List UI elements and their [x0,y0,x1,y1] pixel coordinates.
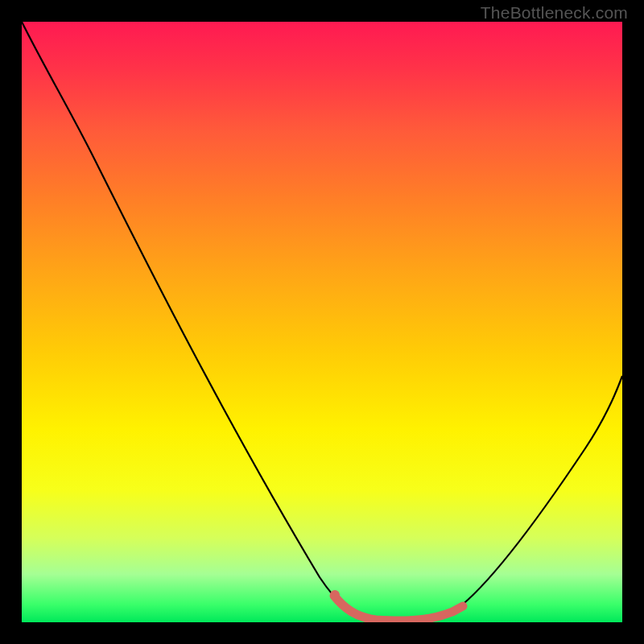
highlight-start-dot [330,590,340,600]
watermark-text: TheBottleneck.com [481,3,628,23]
optimal-range-highlight [334,596,463,621]
curve-plot [22,22,622,622]
bottleneck-chart: TheBottleneck.com [0,0,644,644]
bottleneck-curve-line [22,22,622,621]
